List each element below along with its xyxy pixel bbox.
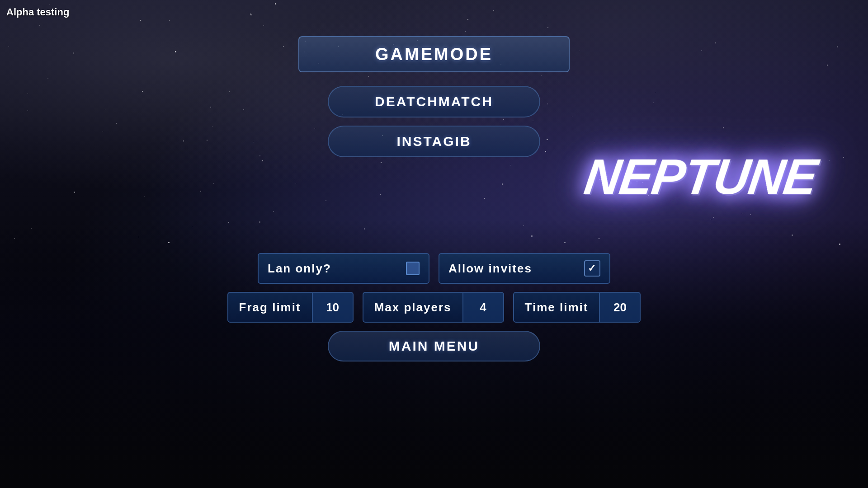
lan-only-toggle[interactable]: Lan only? bbox=[258, 253, 429, 284]
main-content: GAMEMODE DEATCHMATCH INSTAGIB bbox=[264, 36, 604, 165]
time-limit-label: Time limit bbox=[514, 300, 599, 314]
controls-area: Lan only? Allow invites Frag limit Max p… bbox=[185, 253, 683, 361]
time-limit-group: Time limit bbox=[513, 292, 641, 323]
lan-only-label: Lan only? bbox=[268, 262, 331, 276]
time-limit-input[interactable] bbox=[599, 293, 640, 322]
toggle-row: Lan only? Allow invites bbox=[258, 253, 610, 284]
neptune-logo-text: NEPTUNE bbox=[581, 148, 820, 205]
max-players-label: Max players bbox=[363, 300, 462, 314]
max-players-group: Max players bbox=[363, 292, 504, 323]
deatchmatch-button[interactable]: DEATCHMATCH bbox=[328, 86, 540, 117]
input-row: Frag limit Max players Time limit bbox=[227, 292, 641, 323]
frag-limit-input[interactable] bbox=[312, 293, 353, 322]
main-menu-button[interactable]: MAIN MENU bbox=[328, 331, 540, 361]
gamemode-header[interactable]: GAMEMODE bbox=[298, 36, 570, 72]
allow-invites-label: Allow invites bbox=[448, 262, 532, 276]
instagib-button[interactable]: INSTAGIB bbox=[328, 126, 540, 157]
lan-only-checkbox[interactable] bbox=[406, 262, 420, 275]
frag-limit-label: Frag limit bbox=[228, 300, 312, 314]
allow-invites-checkbox[interactable] bbox=[584, 260, 600, 277]
frag-limit-group: Frag limit bbox=[227, 292, 354, 323]
max-players-input[interactable] bbox=[462, 293, 503, 322]
alpha-label: Alpha testing bbox=[6, 6, 69, 18]
allow-invites-toggle[interactable]: Allow invites bbox=[439, 253, 610, 284]
